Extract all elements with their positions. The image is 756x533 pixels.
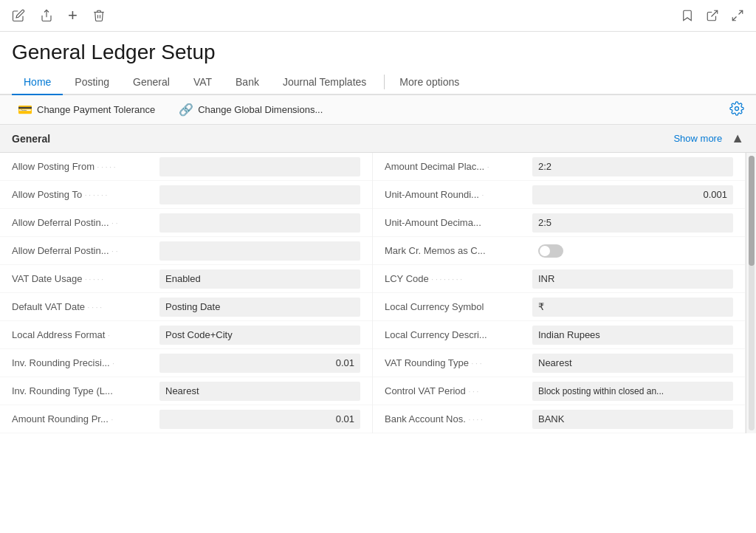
field-allow-deferral-to: Allow Deferral Postin... · · — [0, 237, 372, 265]
unit-amount-decimal-label: Unit-Amount Decima... — [385, 217, 532, 228]
control-vat-period-value[interactable]: Block posting within closed an... — [532, 382, 733, 401]
field-control-vat-period: Control VAT Period · · · Block posting w… — [373, 377, 745, 405]
control-vat-period-label: Control VAT Period · · · — [385, 385, 532, 396]
allow-deferral-from-label: Allow Deferral Postin... · · — [12, 217, 159, 228]
field-unit-amount-decimal: Unit-Amount Decima... 2:5 — [373, 209, 745, 237]
field-allow-posting-to: Allow Posting To · · · · · · — [0, 181, 372, 209]
tab-vat[interactable]: VAT — [182, 70, 224, 95]
amount-rounding-pr-value[interactable]: 0.01 — [159, 410, 360, 429]
vat-rounding-type-label: VAT Rounding Type · · · — [385, 357, 532, 368]
field-vat-date-usage: VAT Date Usage · · · · · Enabled — [0, 265, 372, 293]
inv-rounding-precision-label: Inv. Rounding Precisi... · — [12, 357, 159, 368]
field-amount-rounding-pr: Amount Rounding Pr... · 0.01 — [0, 405, 372, 433]
allow-deferral-to-value[interactable] — [159, 241, 360, 261]
mark-cr-memos-label: Mark Cr. Memos as C... — [385, 245, 532, 256]
svg-point-4 — [735, 107, 739, 111]
right-fields-column: Amount Decimal Plac... · 2:2 Unit-Amount… — [373, 153, 746, 433]
lcy-code-value[interactable]: INR — [532, 269, 733, 289]
svg-line-3 — [732, 17, 736, 21]
field-local-address-format: Local Address Format · Post Code+City — [0, 321, 372, 349]
mark-cr-memos-toggle[interactable] — [532, 241, 733, 261]
tab-bank[interactable]: Bank — [224, 70, 271, 95]
add-icon[interactable]: + — [68, 6, 78, 25]
allow-deferral-to-label: Allow Deferral Postin... · · — [12, 245, 159, 256]
local-currency-description-value[interactable]: Indian Rupees — [532, 326, 733, 345]
inv-rounding-precision-value[interactable]: 0.01 — [159, 354, 360, 373]
scrollbar[interactable] — [746, 153, 756, 433]
inv-rounding-type-label: Inv. Rounding Type (L... — [12, 385, 159, 396]
expand-icon[interactable] — [731, 9, 744, 22]
field-allow-posting-from: Allow Posting From · · · · · — [0, 153, 372, 181]
tab-general[interactable]: General — [121, 70, 182, 95]
unit-amount-rounding-label: Unit-Amount Roundi... · — [385, 189, 532, 200]
page-title: General Ledger Setup — [0, 32, 756, 70]
vat-date-usage-value[interactable]: Enabled — [159, 269, 360, 289]
local-address-format-label: Local Address Format · — [12, 329, 159, 340]
tab-home[interactable]: Home — [12, 70, 63, 95]
local-address-format-value[interactable]: Post Code+City — [159, 326, 360, 345]
edit-icon[interactable] — [12, 9, 25, 22]
payment-icon: 💳 — [18, 103, 32, 117]
action-bar: 💳 Change Payment Tolerance 🔗 Change Glob… — [0, 95, 756, 125]
local-currency-description-label: Local Currency Descri... — [385, 329, 532, 340]
local-currency-symbol-value[interactable]: ₹ — [532, 298, 733, 317]
vat-date-usage-label: VAT Date Usage · · · · · — [12, 273, 159, 284]
scrollbar-track — [749, 156, 755, 430]
section-title: General — [12, 133, 50, 145]
field-vat-rounding-type: VAT Rounding Type · · · Nearest — [373, 349, 745, 377]
delete-icon[interactable] — [92, 9, 106, 22]
unit-amount-rounding-value[interactable]: 0.001 — [532, 185, 733, 204]
amount-decimal-places-value[interactable]: 2:2 — [532, 157, 733, 176]
inv-rounding-type-value[interactable]: Nearest — [159, 382, 360, 401]
field-inv-rounding-type: Inv. Rounding Type (L... Nearest — [0, 377, 372, 405]
allow-posting-from-label: Allow Posting From · · · · · — [12, 161, 159, 172]
field-allow-deferral-from: Allow Deferral Postin... · · — [0, 209, 372, 237]
vat-rounding-type-value[interactable]: Nearest — [532, 354, 733, 373]
share-icon[interactable] — [40, 9, 53, 22]
section-collapse-icon[interactable]: ▲ — [731, 131, 744, 146]
svg-line-1 — [712, 10, 718, 16]
open-new-icon[interactable] — [706, 9, 719, 22]
field-local-currency-symbol: Local Currency Symbol ₹ — [373, 293, 745, 321]
section-header: General Show more ▲ — [0, 125, 756, 153]
fields-area: Allow Posting From · · · · · Allow Posti… — [0, 153, 756, 433]
tab-journal-templates[interactable]: Journal Templates — [271, 70, 378, 95]
local-currency-symbol-label: Local Currency Symbol — [385, 301, 532, 312]
tab-bar: Home Posting General VAT Bank Journal Te… — [0, 70, 756, 95]
amount-rounding-pr-label: Amount Rounding Pr... · — [12, 413, 159, 424]
svg-line-2 — [739, 10, 743, 14]
field-inv-rounding-precision: Inv. Rounding Precisi... · 0.01 — [0, 349, 372, 377]
unit-amount-decimal-value[interactable]: 2:5 — [532, 213, 733, 233]
field-mark-cr-memos: Mark Cr. Memos as C... — [373, 237, 745, 265]
field-local-currency-description: Local Currency Descri... Indian Rupees — [373, 321, 745, 349]
bookmark-icon[interactable] — [681, 9, 694, 22]
bank-account-nos-label: Bank Account Nos. · · · · — [385, 413, 532, 424]
allow-posting-to-value[interactable] — [159, 185, 360, 204]
field-lcy-code: LCY Code · · · · · · · · INR — [373, 265, 745, 293]
allow-posting-from-value[interactable] — [159, 157, 360, 176]
toggle-switch[interactable] — [538, 244, 563, 258]
field-bank-account-nos: Bank Account Nos. · · · · BANK — [373, 405, 745, 433]
bank-account-nos-value[interactable]: BANK — [532, 410, 733, 429]
change-global-dimensions-button[interactable]: 🔗 Change Global Dimensions... — [173, 100, 329, 120]
field-unit-amount-rounding: Unit-Amount Roundi... · 0.001 — [373, 181, 745, 209]
field-amount-decimal-places: Amount Decimal Plac... · 2:2 — [373, 153, 745, 181]
default-vat-date-label: Default VAT Date · · · · — [12, 301, 159, 312]
tab-separator — [384, 75, 385, 89]
more-options-button[interactable]: More options — [391, 70, 468, 94]
allow-posting-to-label: Allow Posting To · · · · · · — [12, 189, 159, 200]
amount-decimal-places-label: Amount Decimal Plac... · — [385, 161, 532, 172]
show-more-button[interactable]: Show more — [673, 133, 722, 144]
default-vat-date-value[interactable]: Posting Date — [159, 298, 360, 317]
dimensions-icon: 🔗 — [179, 103, 193, 117]
settings-customize-icon[interactable] — [729, 101, 744, 118]
lcy-code-label: LCY Code · · · · · · · · — [385, 273, 532, 284]
change-payment-tolerance-button[interactable]: 💳 Change Payment Tolerance — [12, 100, 161, 120]
left-fields-column: Allow Posting From · · · · · Allow Posti… — [0, 153, 373, 433]
toolbar: + — [0, 0, 756, 32]
allow-deferral-from-value[interactable] — [159, 213, 360, 233]
scrollbar-thumb[interactable] — [749, 156, 755, 266]
field-default-vat-date: Default VAT Date · · · · Posting Date — [0, 293, 372, 321]
tab-posting[interactable]: Posting — [63, 70, 121, 95]
